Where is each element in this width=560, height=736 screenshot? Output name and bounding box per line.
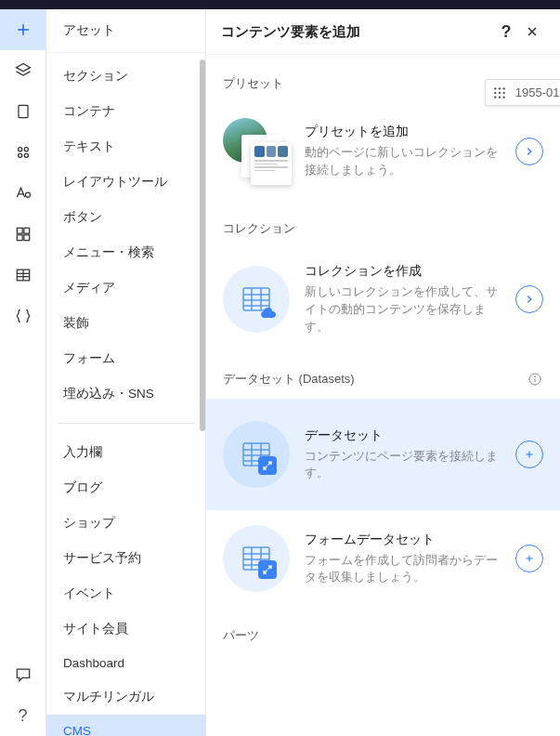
sidebar-item-media[interactable]: メディア (46, 270, 205, 306)
sidebar-item-blog[interactable]: ブログ (46, 470, 205, 506)
main-layout: ? アセット セクション コンテナ テキスト レイアウトツール ボタン メニュー… (0, 9, 560, 736)
svg-point-21 (502, 87, 504, 89)
card-dataset[interactable]: データセット コンテンツにページ要素を接続します。 (206, 399, 560, 510)
svg-point-26 (499, 96, 501, 98)
rail-typography-icon[interactable] (0, 173, 46, 214)
card-collection[interactable]: コレクションを作成 新しいコレクションを作成して、サイトの動的コンテンツを保存し… (206, 248, 560, 350)
help-button[interactable]: ? (493, 19, 519, 45)
svg-rect-12 (23, 235, 29, 241)
sidebar-item-decor[interactable]: 装飾 (46, 306, 205, 341)
rail-comment-icon[interactable] (0, 654, 46, 695)
content-header: コンテンツ要素を追加 ? (206, 9, 560, 55)
sidebar-item-members[interactable]: サイト会員 (46, 611, 205, 647)
svg-point-5 (24, 148, 28, 151)
svg-point-7 (24, 153, 28, 157)
svg-rect-9 (17, 228, 22, 233)
content-title: コンテンツ要素を追加 (221, 23, 493, 41)
svg-point-23 (499, 91, 501, 93)
sidebar-item-multilingual[interactable]: マルチリンガル (46, 679, 205, 715)
sidebar-item-input[interactable]: 入力欄 (46, 435, 205, 470)
sidebar-item-event[interactable]: イベント (46, 576, 205, 611)
card-preset[interactable]: プリセットを追加 動的ページに新しいコレクションを接続しましょう。 (206, 103, 560, 200)
sidebar-item-form[interactable]: フォーム (46, 341, 205, 376)
sidebar-item-layout[interactable]: レイアウトツール (46, 164, 205, 200)
card-title-collection: コレクションを作成 (305, 263, 501, 280)
dataset-icon (223, 421, 290, 488)
sidebar-item-embed[interactable]: 埋め込み・SNS (46, 376, 205, 412)
svg-point-27 (502, 96, 504, 98)
svg-point-36 (534, 376, 535, 377)
form-dataset-add-button[interactable] (515, 545, 543, 572)
info-icon[interactable] (527, 371, 543, 388)
sidebar-scroll[interactable]: セクション コンテナ テキスト レイアウトツール ボタン メニュー・検索 メディ… (46, 53, 205, 736)
svg-rect-11 (17, 235, 22, 241)
dataset-add-button[interactable] (515, 440, 543, 468)
form-dataset-icon (223, 525, 290, 592)
svg-point-8 (25, 192, 30, 197)
svg-rect-3 (19, 105, 28, 117)
link-icon (258, 456, 277, 475)
svg-point-4 (18, 148, 21, 151)
sidebar-item-shop[interactable]: ショップ (46, 506, 205, 541)
icon-rail: ? (0, 9, 46, 736)
rail-page-icon[interactable] (0, 91, 46, 132)
close-button[interactable] (519, 19, 545, 45)
preset-thumb-icon (223, 118, 290, 185)
section-header-collection: コレクション (206, 200, 560, 248)
rail-table-icon[interactable] (0, 255, 46, 296)
rail-apps-icon[interactable] (0, 132, 46, 173)
svg-rect-10 (23, 228, 29, 233)
svg-point-25 (494, 96, 496, 98)
sidebar-item-button[interactable]: ボタン (46, 200, 205, 235)
rail-grid-icon[interactable] (0, 214, 46, 255)
sidebar-item-dashboard[interactable]: Dashboard (46, 647, 205, 679)
content-scroll[interactable]: プリセット (206, 55, 560, 736)
sidebar-header: アセット (46, 9, 205, 53)
card-title-form-dataset: フォームデータセット (305, 532, 501, 548)
card-desc-collection: 新しいコレクションを作成して、サイトの動的コンテンツを保存します。 (305, 283, 501, 335)
sidebar: アセット セクション コンテナ テキスト レイアウトツール ボタン メニュー・検… (46, 9, 206, 736)
svg-point-6 (18, 153, 21, 157)
content-panel: コンテンツ要素を追加 ? 1955-01-0 プリセット (206, 9, 560, 736)
section-header-parts: パーツ (206, 607, 560, 655)
rail-layers-icon[interactable] (0, 50, 46, 91)
collection-icon (223, 266, 290, 333)
link-icon (258, 560, 277, 579)
rail-help-icon[interactable]: ? (0, 695, 46, 736)
section-title-dataset: データセット (Datasets) (223, 371, 527, 388)
sidebar-item-menu[interactable]: メニュー・検索 (46, 235, 205, 270)
section-title-collection: コレクション (223, 220, 543, 237)
cloud-icon (260, 307, 277, 320)
sidebar-divider (58, 423, 194, 424)
svg-point-22 (494, 91, 496, 93)
card-form-dataset[interactable]: フォームデータセット フォームを作成して訪問者からデータを収集しましょう。 (206, 510, 560, 607)
card-desc-preset: 動的ページに新しいコレクションを接続しましょう。 (305, 144, 501, 179)
svg-point-24 (502, 91, 504, 93)
sidebar-item-container[interactable]: コンテナ (46, 94, 205, 129)
svg-point-19 (494, 87, 496, 89)
svg-marker-2 (16, 64, 30, 72)
sidebar-item-cms[interactable]: CMS (46, 715, 205, 736)
rail-plus-icon[interactable] (0, 9, 46, 50)
card-title-preset: プリセットを追加 (305, 124, 501, 140)
svg-point-20 (499, 87, 501, 89)
section-title-parts: パーツ (223, 627, 543, 644)
sidebar-item-section[interactable]: セクション (46, 59, 205, 94)
card-desc-form-dataset: フォームを作成して訪問者からデータを収集しましょう。 (305, 552, 501, 587)
sidebar-scrollbar[interactable] (200, 59, 205, 431)
float-text: 1955-01-0 (515, 85, 560, 99)
float-bar[interactable]: 1955-01-0 (485, 79, 560, 106)
preset-arrow-button[interactable] (515, 138, 543, 165)
sidebar-item-booking[interactable]: サービス予約 (46, 541, 205, 576)
sidebar-item-text[interactable]: テキスト (46, 129, 205, 164)
collection-arrow-button[interactable] (515, 285, 543, 313)
section-header-dataset: データセット (Datasets) (206, 350, 560, 399)
top-bar (0, 0, 560, 9)
card-title-dataset: データセット (305, 427, 501, 444)
grid-small-icon (493, 86, 506, 99)
card-desc-dataset: コンテンツにページ要素を接続します。 (305, 448, 501, 483)
rail-braces-icon[interactable] (0, 296, 46, 336)
